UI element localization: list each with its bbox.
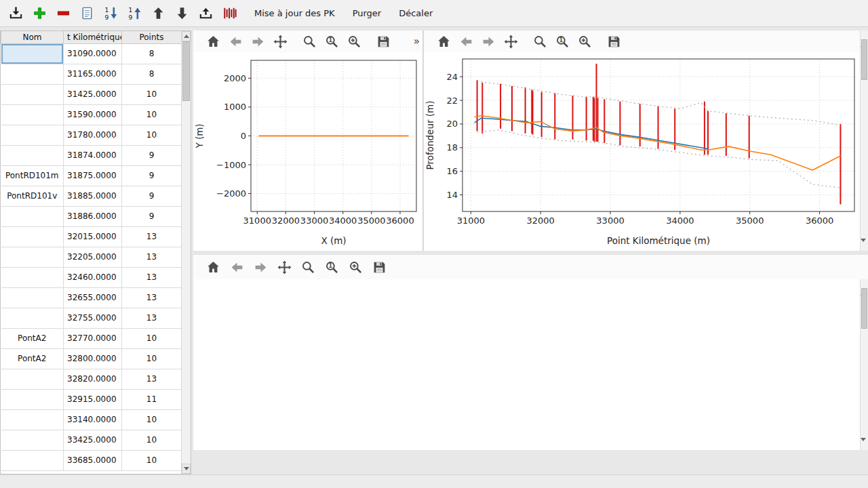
pk-cell[interactable]: 31165.0000 [64,64,122,84]
scroll-down-button[interactable] [861,242,868,251]
scrollbar-thumb[interactable] [182,41,190,101]
forward-button[interactable] [250,257,271,277]
nom-cell[interactable]: PontRD101v [1,186,64,206]
pk-cell[interactable]: 31590.0000 [64,104,122,125]
pk-cell[interactable]: 31875.0000 [64,165,122,186]
empty-canvas[interactable] [193,279,860,450]
points-cell[interactable]: 11 [122,389,182,409]
save-button[interactable] [369,257,389,277]
nom-cell[interactable] [1,369,64,389]
pk-cell[interactable]: 31886.0000 [64,206,122,226]
nom-cell[interactable] [1,287,64,308]
zoom-plus-button[interactable] [574,31,595,52]
export-button[interactable] [195,3,216,24]
scrollbar-thumb[interactable] [861,288,867,329]
points-cell[interactable]: 13 [122,308,182,328]
pk-cell[interactable]: 33685.0000 [64,450,122,470]
sort-asc-button[interactable] [124,3,144,24]
points-cell[interactable]: 9 [122,206,182,226]
pan-button[interactable] [274,257,294,277]
zoom-one-button[interactable] [552,31,572,52]
back-button[interactable] [456,31,476,52]
plots-scrollbar[interactable] [860,30,868,251]
scroll-up-button[interactable] [182,31,191,41]
nom-cell[interactable]: PontA2 [1,348,64,369]
points-cell[interactable]: 10 [122,84,182,104]
pk-cell[interactable]: 33140.0000 [64,409,122,430]
zoom-button[interactable] [299,31,319,52]
pk-cell[interactable]: 32015.0000 [64,226,122,247]
nom-cell[interactable] [1,389,64,409]
sort-desc-button[interactable] [100,3,121,24]
nom-cell[interactable] [1,145,64,165]
pk-cell[interactable]: 32770.0000 [64,328,122,348]
scroll-down-button[interactable] [182,464,191,474]
pk-cell[interactable]: 32820.0000 [64,369,122,389]
move-up-button[interactable] [148,3,168,24]
nom-cell[interactable] [1,409,64,430]
points-cell[interactable]: 10 [122,328,182,348]
barcode-button[interactable] [219,3,239,24]
points-cell[interactable]: 13 [122,247,182,267]
points-cell[interactable]: 8 [122,64,182,84]
save-button[interactable] [373,31,393,52]
points-cell[interactable]: 13 [122,369,182,389]
pk-cell[interactable]: 32755.0000 [64,308,122,328]
scrollbar-track[interactable] [182,41,191,464]
forward-button[interactable] [478,31,498,52]
zoom-button[interactable] [530,31,550,52]
scroll-up-button[interactable] [861,30,868,39]
pk-cell[interactable]: 32915.0000 [64,389,122,409]
points-cell[interactable]: 9 [122,186,182,206]
home-button[interactable] [203,31,223,52]
pk-cell[interactable]: 31874.0000 [64,145,122,165]
nom-cell[interactable] [1,64,64,84]
pk-cell[interactable]: 31780.0000 [64,125,122,145]
scrollbar-thumb[interactable] [861,39,867,80]
pk-cell[interactable]: 31885.0000 [64,186,122,206]
nom-cell[interactable] [1,308,64,328]
home-button[interactable] [433,31,454,52]
bottom-area-scrollbar[interactable] [860,279,868,450]
action-button-2[interactable]: Décaler [391,4,440,22]
nom-cell[interactable] [1,206,64,226]
pk-cell[interactable]: 32205.0000 [64,247,122,267]
nom-cell[interactable] [1,450,64,470]
points-cell[interactable]: 10 [122,104,182,125]
forward-button[interactable] [248,31,268,52]
pk-cell[interactable]: 31425.0000 [64,84,122,104]
scroll-down-button[interactable] [861,441,868,450]
document-button[interactable] [77,3,97,24]
nom-cell[interactable] [1,226,64,247]
action-button-0[interactable]: Mise à jour des PK [247,4,342,22]
column-header-nom[interactable]: Nom [1,31,64,43]
zoom-one-button[interactable] [321,257,342,277]
toolbar-overflow-button[interactable]: » [414,35,420,47]
points-cell[interactable]: 10 [122,125,182,145]
zoom-one-button[interactable] [321,31,342,52]
nom-cell[interactable] [1,84,64,104]
points-cell[interactable]: 10 [122,348,182,369]
pk-cell[interactable]: 33425.0000 [64,430,122,450]
nom-cell[interactable] [1,267,64,287]
add-button[interactable] [29,3,50,24]
nom-cell[interactable]: PontA2 [1,328,64,348]
back-button[interactable] [226,257,247,277]
nom-cell[interactable] [1,247,64,267]
nom-cell[interactable]: PontRD101m [1,165,64,186]
profile-plot-canvas[interactable]: 3100032000330003400035000360001416182022… [424,52,860,251]
column-header-points[interactable]: Points [122,31,182,43]
nom-cell[interactable] [1,430,64,450]
scroll-up-button[interactable] [861,279,868,288]
pk-cell[interactable]: 31090.0000 [64,43,122,64]
points-cell[interactable]: 10 [122,409,182,430]
xy-plot-canvas[interactable]: 310003200033000340003500036000−2000−1000… [193,52,422,251]
points-cell[interactable]: 13 [122,267,182,287]
zoom-button[interactable] [298,257,318,277]
back-button[interactable] [225,31,245,52]
column-header-pk[interactable]: t Kilométrique [64,31,122,43]
points-cell[interactable]: 13 [122,226,182,247]
home-button[interactable] [203,257,223,277]
bottom-plot-area[interactable] [193,279,868,450]
pk-cell[interactable]: 32655.0000 [64,287,122,308]
